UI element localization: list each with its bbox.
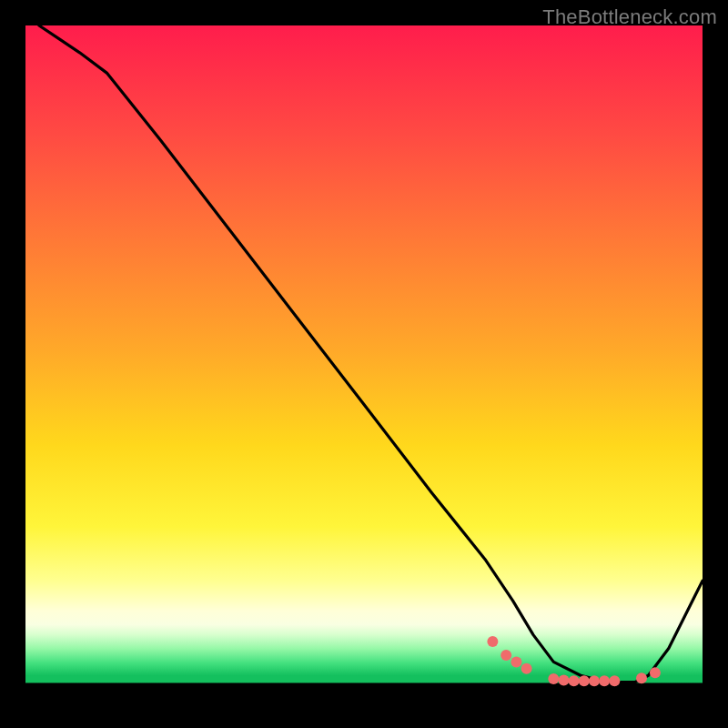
plot-area [25,25,703,703]
marker-dot [548,673,559,684]
marker-dot [569,675,580,686]
marker-dot [559,674,570,685]
marker-dot-group [487,636,661,686]
marker-dot [579,675,590,686]
chart-frame: TheBottleneck.com [0,0,728,728]
marker-dot [636,672,647,683]
marker-dot [650,667,661,678]
marker-dot [589,675,600,686]
marker-dot [511,656,521,667]
curve-markers [25,25,703,703]
marker-dot [521,663,532,674]
marker-dot [609,675,620,686]
marker-dot [599,675,610,686]
marker-dot [487,636,498,647]
watermark-text: TheBottleneck.com [542,5,717,29]
marker-dot [500,650,511,661]
